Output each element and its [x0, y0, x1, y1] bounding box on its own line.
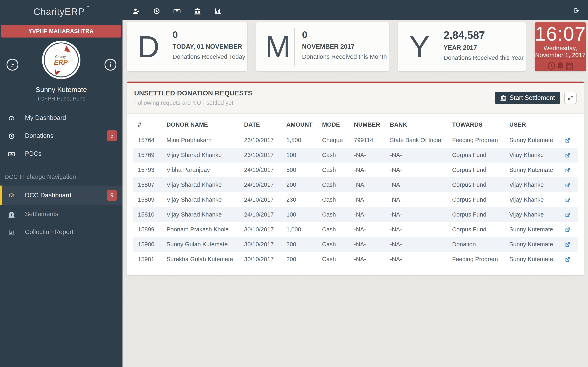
actions-column-header: [559, 117, 578, 133]
circle-dot-icon[interactable]: [153, 7, 160, 14]
bell-icon[interactable]: [556, 60, 565, 70]
bank-icon[interactable]: [194, 7, 201, 14]
table-cell: -NA-: [349, 192, 385, 207]
table-row: 15901Surekha Gulab Kutemate30/10/2017200…: [133, 252, 578, 267]
table-cell-actions: [559, 133, 578, 148]
table-cell: Sunny Kutemate: [504, 237, 559, 252]
external-link-icon: [564, 182, 571, 188]
table-cell: 24/10/2017: [239, 177, 281, 192]
clock-date: Wednesday, November 1, 2017: [535, 45, 586, 58]
stat-subtitle: Donations Received this Month: [302, 53, 387, 60]
open-request-link[interactable]: [564, 211, 571, 218]
sidebar: YVPHF MAHARASHTRA i Charity ERP Sunny Ku…: [0, 20, 122, 367]
sidebar-item-pdcs[interactable]: PDCs: [0, 145, 122, 163]
bank-icon: [500, 95, 506, 101]
open-request-link[interactable]: [564, 166, 571, 174]
stat-card-today: D 0 TODAY, 01 NOVEMBER Donations Receive…: [127, 22, 247, 71]
open-request-link[interactable]: [564, 241, 571, 248]
user-name: Sunny Kutemate: [0, 86, 122, 94]
clock-time: 16:07: [535, 24, 586, 44]
info-button[interactable]: i: [104, 59, 116, 71]
org-banner: YVPHF MAHARASHTRA: [1, 25, 121, 38]
table-cell: 100: [281, 207, 317, 222]
user-location: TCFPH Pune, Pune: [0, 96, 122, 102]
table-cell: 30/10/2017: [239, 237, 281, 252]
table-cell: Cheque: [317, 133, 349, 148]
open-request-link[interactable]: [564, 137, 571, 144]
sidebar-item-settlements[interactable]: Settlements: [0, 205, 122, 223]
table-cell: Sunny Kutemate: [504, 133, 559, 148]
table-cell: Sunny Kutemate: [504, 222, 559, 237]
table-cell: Corpus Fund: [447, 162, 504, 177]
table-cell: 100: [281, 148, 317, 162]
panel-title: UNSETTLED DONATION REQUESTS: [134, 89, 252, 97]
table-cell: Vijay Khanke: [504, 177, 559, 192]
sidebar-item-label: Donations: [25, 132, 53, 140]
stat-subtitle: Donations Received Today: [173, 53, 245, 60]
open-request-link[interactable]: [564, 181, 571, 188]
table-cell-actions: [559, 177, 578, 192]
sidebar-item-dcc-dashboard[interactable]: DCC Dashboard 9: [0, 185, 122, 205]
sidebar-item-my-dashboard[interactable]: My Dashboard: [0, 109, 122, 127]
stat-value: 0: [302, 29, 387, 40]
logout-button[interactable]: [7, 59, 18, 71]
clock-icon[interactable]: [547, 60, 556, 70]
stat-value: 0: [173, 29, 245, 40]
table-cell: 300: [281, 237, 317, 252]
open-request-link[interactable]: [564, 226, 571, 233]
table-cell: 200: [281, 252, 317, 267]
table-cell: -NA-: [385, 237, 447, 252]
open-request-link[interactable]: [564, 256, 571, 263]
table-cell: Sunny Kutemate: [504, 162, 559, 177]
bar-chart-icon[interactable]: [214, 7, 221, 14]
profile-section: i Charity ERP Sunny Kutemate TCFPH Pune,…: [0, 39, 122, 102]
table-cell-actions: [559, 252, 578, 267]
expand-panel-button[interactable]: [564, 92, 577, 104]
sidebar-menu: My Dashboard Donations 5 PDCs DCC In-cha…: [0, 109, 122, 241]
main-content: D 0 TODAY, 01 NOVEMBER Donations Receive…: [122, 20, 588, 275]
table-cell: -NA-: [349, 177, 385, 192]
table-cell: Sunny Gulab Kutemate: [162, 237, 239, 252]
table-cell: Corpus Fund: [447, 207, 504, 222]
open-request-link[interactable]: [564, 151, 571, 159]
sign-out-icon: [10, 62, 15, 67]
table-cell: Vijay Khanke: [504, 148, 559, 162]
stat-title: YEAR 2017: [444, 44, 524, 51]
user-plus-icon[interactable]: [133, 7, 140, 14]
table-cell: 15901: [133, 252, 162, 267]
column-header: TOWARDS: [447, 117, 504, 133]
table-cell: Corpus Fund: [447, 222, 504, 237]
table-cell: Donation: [447, 237, 504, 252]
table-cell: 24/10/2017: [239, 162, 281, 177]
table-cell: 24/10/2017: [239, 207, 281, 222]
column-header: AMOUNT: [281, 117, 317, 133]
sign-out-icon[interactable]: [573, 6, 580, 14]
table-cell: 15807: [133, 177, 162, 192]
calendar-icon[interactable]: [565, 60, 574, 70]
table-cell: Feeding Program: [447, 133, 504, 148]
table-cell: Cash: [317, 192, 349, 207]
sidebar-item-donations[interactable]: Donations 5: [0, 127, 122, 145]
table-cell-actions: [559, 237, 578, 252]
table-cell: 15764: [133, 133, 162, 148]
start-settlement-button[interactable]: Start Settlement: [495, 92, 560, 104]
money-icon[interactable]: [173, 7, 181, 14]
start-settlement-label: Start Settlement: [510, 94, 555, 101]
table-cell: -NA-: [385, 177, 447, 192]
open-request-link[interactable]: [564, 196, 571, 203]
table-cell: Corpus Fund: [447, 177, 504, 192]
stat-letter: D: [132, 31, 165, 62]
table-cell: Surekha Gulab Kutemate: [162, 252, 239, 267]
table-cell: State Bank Of India: [385, 133, 447, 148]
table-row: 15793Vibha Paranjpay24/10/2017500Cash-NA…: [133, 162, 578, 177]
column-header: BANK: [385, 117, 447, 133]
table-cell: 230: [281, 192, 317, 207]
table-cell: -NA-: [349, 162, 385, 177]
table-cell: 200: [281, 177, 317, 192]
column-header: DATE: [239, 117, 281, 133]
sidebar-item-label: Settlements: [25, 210, 58, 218]
sidebar-item-collection-report[interactable]: Collection Report: [0, 223, 122, 241]
table-cell: Vijay Sharad Khanke: [162, 192, 239, 207]
table-cell: 500: [281, 162, 317, 177]
table-cell: Vijay Sharad Khanke: [162, 177, 239, 192]
